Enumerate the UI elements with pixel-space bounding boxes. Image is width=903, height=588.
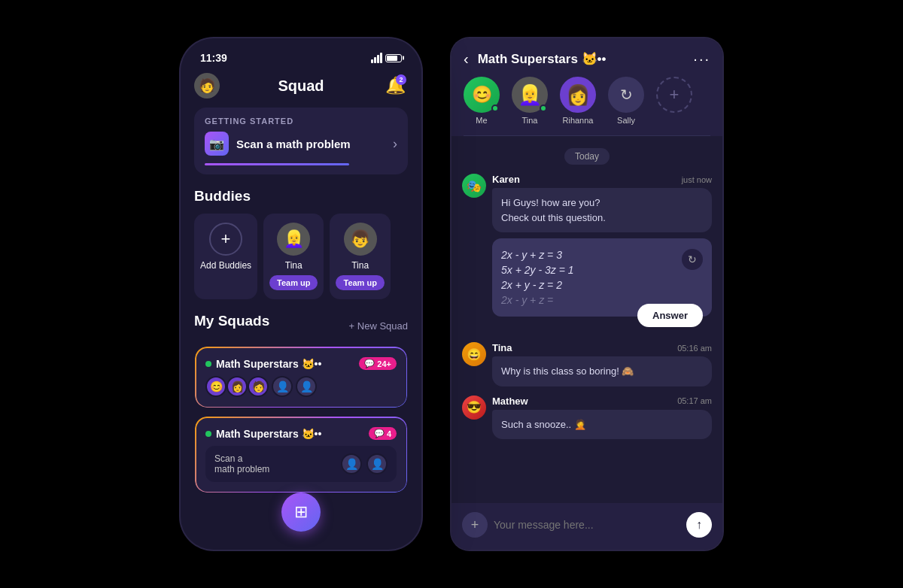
squad-name-2: Math Superstars 🐱•• [216, 428, 321, 440]
equation-4: 2x - y + z = [501, 294, 574, 306]
equation-1: 2x - y + z = 3 [501, 249, 574, 261]
signal-icon [371, 53, 382, 63]
avatar-tina: 😄 [462, 342, 486, 366]
participant-name-sally: Sally [617, 116, 635, 125]
text-mathew: Such a snooze.. 🤦 [501, 419, 586, 430]
phone-right: ‹ Math Superstars 🐱•• ··· 😊 Me 👱‍♀️ [451, 38, 722, 550]
scan-fab-icon: ⊞ [294, 502, 308, 522]
member-avatar-1: 😊 [205, 376, 227, 397]
more-options-button[interactable]: ··· [693, 50, 710, 68]
squad-badge-1: 💬 24+ [359, 357, 397, 370]
buddy-avatar-tina-2: 👦 [344, 223, 377, 256]
answer-button[interactable]: Answer [637, 304, 703, 327]
squad-card-1[interactable]: Math Superstars 🐱•• 💬 24+ 😊 👩 🧑 👤 👤 [194, 346, 408, 408]
chat-header: ‹ Math Superstars 🐱•• ··· 😊 Me 👱‍♀️ [451, 38, 722, 136]
time-tina: 05:16 am [677, 344, 712, 353]
participant-avatar-rihanna: 👩 [560, 77, 596, 113]
team-up-button-2[interactable]: Team up [336, 275, 384, 290]
squads-title: My Squads [194, 313, 269, 329]
phone-left: 11:39 🧑 Squad [181, 38, 421, 550]
message-tina: 😄 Tina 05:16 am Why is this class so bor… [462, 342, 712, 386]
squad-card-2[interactable]: Math Superstars 🐱•• 💬 4 Scan amath probl… [194, 416, 408, 493]
sender-karen: Karen [492, 174, 520, 185]
notification-button[interactable]: 🔔 2 [382, 73, 408, 99]
notification-badge: 2 [396, 74, 406, 85]
page-title: Squad [278, 77, 324, 95]
rotate-button[interactable]: ↻ [682, 249, 703, 270]
sender-mathew: Mathew [492, 396, 528, 407]
squad-badge-2: 💬 4 [369, 427, 397, 440]
message-content-tina: Tina 05:16 am Why is this class so borin… [492, 342, 712, 386]
badge-icon-2: 💬 [374, 429, 385, 438]
screen-container: 11:39 🧑 Squad [181, 38, 722, 550]
avatar-mathew: 😎 [462, 396, 486, 420]
send-icon: ↑ [696, 518, 702, 532]
chat-input-bar: + ↑ [451, 503, 722, 550]
online-dot-me [491, 105, 499, 112]
status-bar: 11:39 [194, 49, 408, 70]
participant-sally: ↻ Sally [608, 77, 644, 125]
getting-started-card[interactable]: GETTING STARTED 📷 Scan a math problem › [194, 108, 408, 174]
app-header: 🧑 Squad 🔔 2 [194, 70, 408, 108]
member-placeholder-1: 👤 [272, 376, 293, 397]
time-mathew: 05:17 am [677, 396, 712, 405]
math-equations: 2x - y + z = 3 5x + 2y - 3z = 1 2x + y -… [501, 249, 574, 306]
message-input[interactable] [494, 519, 680, 531]
equation-2: 5x + 2y - 3z = 1 [501, 264, 574, 276]
badge-count-1: 24+ [377, 359, 391, 368]
bubble-mathew: Such a snooze.. 🤦 [492, 410, 712, 440]
badge-icon-1: 💬 [364, 359, 375, 368]
member-avatar-3: 🧑 [248, 376, 269, 397]
bubble-karen: Hi Guys! how are you?Check out this ques… [492, 188, 712, 232]
participant-me: 😊 Me [464, 77, 500, 125]
status-time: 11:39 [200, 52, 227, 64]
add-buddy-card[interactable]: + Add Buddies [194, 214, 257, 299]
sender-tina: Tina [492, 342, 512, 353]
member-avatar-2: 👩 [227, 376, 248, 397]
buddy-card-tina-1: 👱‍♀️ Tina Team up [263, 214, 324, 299]
text-tina: Why is this class so boring! 🙈 [501, 365, 634, 377]
preview-placeholder-2: 👤 [366, 453, 388, 474]
new-squad-button[interactable]: + New Squad [349, 320, 408, 332]
add-participant[interactable]: + [656, 77, 692, 125]
bubble-tina: Why is this class so boring! 🙈 [492, 356, 712, 386]
date-pill: Today [564, 148, 610, 165]
online-dot-2 [205, 431, 211, 437]
date-separator: Today [462, 148, 712, 165]
team-up-button-1[interactable]: Team up [269, 275, 318, 290]
participant-name-tina: Tina [522, 116, 538, 125]
preview-placeholder-1: 👤 [341, 453, 362, 474]
buddy-name-tina-2: Tina [351, 260, 369, 271]
back-button[interactable]: ‹ [464, 50, 469, 68]
member-placeholder-2: 👤 [296, 376, 317, 397]
preview-text: Scan amath problem [214, 453, 269, 474]
getting-started-action: Scan a math problem [236, 138, 351, 150]
buddy-avatar-tina-1: 👱‍♀️ [277, 223, 310, 256]
user-avatar[interactable]: 🧑 [194, 73, 220, 99]
progress-bar [205, 163, 349, 165]
avatar-karen: 🎭 [462, 174, 486, 198]
chat-body: Today 🎭 Karen just now Hi Guys! how are … [451, 136, 722, 503]
buddies-row: + Add Buddies 👱‍♀️ Tina Team up 👦 Tina T… [194, 214, 408, 299]
message-content-mathew: Mathew 05:17 am Such a snooze.. 🤦 [492, 396, 712, 440]
participant-name-rihanna: Rihanna [563, 116, 594, 125]
add-buddy-icon: + [209, 223, 242, 256]
participant-name-me: Me [476, 116, 487, 125]
participant-tina: 👱‍♀️ Tina [512, 77, 548, 125]
squad-preview: Scan amath problem 👤 👤 [205, 446, 397, 482]
scan-icon: 📷 [205, 132, 229, 156]
message-mathew: 😎 Mathew 05:17 am Such a snooze.. 🤦 [462, 396, 712, 440]
scan-fab-button[interactable]: ⊞ [281, 493, 321, 532]
add-media-button[interactable]: + [462, 512, 488, 538]
math-problem-card[interactable]: 2x - y + z = 3 5x + 2y - 3z = 1 2x + y -… [492, 238, 712, 317]
message-content-karen: Karen just now Hi Guys! how are you?Chec… [492, 174, 712, 317]
send-button[interactable]: ↑ [686, 512, 712, 538]
getting-started-label: GETTING STARTED [205, 117, 397, 126]
text-karen: Hi Guys! how are you?Check out this ques… [501, 195, 703, 225]
status-icons [371, 53, 402, 63]
online-dot-tina [540, 105, 547, 112]
participant-rihanna: 👩 Rihanna [560, 77, 596, 125]
buddies-title: Buddies [194, 188, 408, 205]
buddy-name-tina-1: Tina [285, 260, 303, 271]
equation-3: 2x + y - z = 2 [501, 279, 574, 291]
